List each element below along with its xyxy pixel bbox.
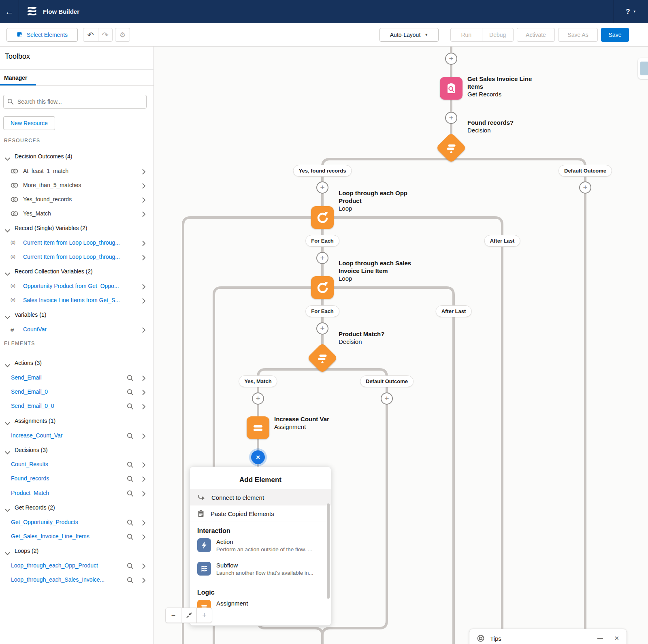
chevron-right-icon[interactable] bbox=[142, 255, 146, 262]
locate-icon[interactable] bbox=[127, 375, 134, 383]
chevron-right-icon[interactable] bbox=[142, 433, 146, 441]
chevron-right-icon[interactable] bbox=[142, 298, 146, 305]
locate-icon[interactable] bbox=[127, 563, 134, 571]
chevron-right-icon[interactable] bbox=[142, 183, 146, 190]
zoom-in-button[interactable]: + bbox=[196, 608, 212, 623]
back-button[interactable]: ← bbox=[0, 0, 19, 23]
chevron-right-icon[interactable] bbox=[142, 563, 146, 571]
undo-button[interactable]: ↶ bbox=[83, 28, 98, 41]
flow-canvas[interactable]: + + + + + + + + Get Sales Invoice Line I… bbox=[154, 47, 648, 644]
chevron-right-icon[interactable] bbox=[142, 284, 146, 291]
chevron-right-icon[interactable] bbox=[142, 404, 146, 411]
menu-item-action[interactable]: Action Perform an action outside of the … bbox=[190, 537, 331, 560]
chevron-right-icon[interactable] bbox=[142, 211, 146, 219]
list-item[interactable]: Loop_through_each_Opp_Product bbox=[0, 559, 154, 573]
chevron-right-icon[interactable] bbox=[142, 462, 146, 469]
locate-icon[interactable] bbox=[127, 533, 134, 542]
node-loop-through-each-opp-product[interactable] bbox=[311, 206, 334, 229]
close-add-menu-button[interactable]: ✕ bbox=[251, 450, 265, 464]
help-menu-button[interactable]: ? ▼ bbox=[614, 0, 648, 23]
locate-icon[interactable] bbox=[127, 389, 134, 397]
element-group-loops[interactable]: Loops (2) bbox=[0, 545, 154, 559]
menu-scrollbar[interactable] bbox=[327, 503, 330, 599]
list-item[interactable]: Get_Opportunity_Products bbox=[0, 516, 154, 530]
chevron-right-icon[interactable] bbox=[142, 169, 146, 176]
list-item[interactable]: (x) Sales Invoice Line Items from Get_S.… bbox=[0, 294, 154, 308]
list-item[interactable]: Send_Email_0 bbox=[0, 386, 154, 399]
list-item[interactable]: (x) Current Item from Loop Loop_throug..… bbox=[0, 251, 154, 264]
locate-icon[interactable] bbox=[127, 577, 134, 585]
chevron-right-icon[interactable] bbox=[142, 578, 146, 585]
locate-icon[interactable] bbox=[127, 433, 134, 441]
add-node-button[interactable]: + bbox=[316, 181, 328, 194]
save-button[interactable]: Save bbox=[601, 28, 629, 42]
element-group-actions[interactable]: Actions (3) bbox=[0, 357, 154, 371]
chevron-right-icon[interactable] bbox=[142, 491, 146, 498]
save-as-button[interactable]: Save As bbox=[558, 28, 598, 42]
resource-group-variables[interactable]: Variables (1) bbox=[0, 309, 154, 322]
minimize-button[interactable] bbox=[597, 638, 603, 639]
resource-group-decision-outcomes[interactable]: Decision Outcomes (4) bbox=[0, 150, 154, 164]
element-group-get-records[interactable]: Get Records (2) bbox=[0, 501, 154, 515]
resource-group-record-collection-variables[interactable]: Record Collection Variables (2) bbox=[0, 265, 154, 279]
locate-icon[interactable] bbox=[127, 403, 134, 412]
add-node-button[interactable]: + bbox=[316, 252, 328, 264]
list-item[interactable]: Count_Results bbox=[0, 458, 154, 472]
chevron-right-icon[interactable] bbox=[142, 390, 146, 397]
resource-group-record-single-variables[interactable]: Record (Single) Variables (2) bbox=[0, 222, 154, 236]
element-group-assignments[interactable]: Assignments (1) bbox=[0, 415, 154, 429]
list-item[interactable]: (x) Current Item from Loop Loop_throug..… bbox=[0, 237, 154, 250]
chevron-right-icon[interactable] bbox=[142, 197, 146, 205]
select-elements-button[interactable]: Select Elements bbox=[6, 28, 78, 42]
list-item[interactable]: Send_Email_0_0 bbox=[0, 400, 154, 414]
list-item[interactable]: (x) Opportunity Product from Get_Oppo... bbox=[0, 280, 154, 294]
search-input[interactable] bbox=[17, 95, 144, 108]
redo-button[interactable]: ↷ bbox=[98, 28, 113, 41]
add-node-button[interactable]: + bbox=[381, 392, 393, 405]
locate-icon[interactable] bbox=[127, 461, 134, 470]
run-button[interactable]: Run bbox=[451, 28, 482, 41]
list-item[interactable]: Loop_through_each_Sales_Invoice... bbox=[0, 574, 154, 587]
locate-icon[interactable] bbox=[127, 476, 134, 484]
chevron-right-icon[interactable] bbox=[142, 534, 146, 542]
node-get-sales-invoice-line-items[interactable] bbox=[440, 77, 463, 100]
zoom-out-button[interactable]: − bbox=[166, 608, 181, 623]
close-button[interactable]: ✕ bbox=[614, 635, 619, 642]
list-item[interactable]: Get_Sales_Invoice_Line_Items bbox=[0, 530, 154, 544]
chevron-right-icon[interactable] bbox=[142, 476, 146, 484]
node-increase-count-var[interactable] bbox=[247, 416, 269, 439]
list-item[interactable]: More_than_5_matches bbox=[0, 179, 154, 193]
menu-item-connect-to-element[interactable]: Connect to element bbox=[190, 489, 331, 505]
add-node-button[interactable]: + bbox=[445, 53, 457, 65]
list-item[interactable]: Increase_Count_Var bbox=[0, 429, 154, 443]
collapsed-panel-handle[interactable] bbox=[638, 58, 648, 79]
list-item[interactable]: Yes_Match bbox=[0, 207, 154, 221]
layout-select[interactable]: Auto-Layout ▼ bbox=[379, 28, 439, 42]
menu-item-paste-copied-elements[interactable]: Paste Copied Elements bbox=[190, 505, 331, 522]
activate-button[interactable]: Activate bbox=[517, 28, 555, 42]
node-loop-through-each-sales-invoice-line-item[interactable] bbox=[311, 276, 334, 299]
menu-item-subflow[interactable]: Subflow Launch another flow that's avail… bbox=[190, 560, 331, 584]
list-item[interactable]: # CountVar bbox=[0, 323, 154, 337]
list-item[interactable]: Found_records bbox=[0, 472, 154, 486]
list-item[interactable]: At_least_1_match bbox=[0, 165, 154, 179]
list-item[interactable]: Product_Match bbox=[0, 487, 154, 501]
add-node-button[interactable]: + bbox=[445, 112, 457, 124]
list-item[interactable]: Send_Email bbox=[0, 371, 154, 385]
element-group-decisions[interactable]: Decisions (3) bbox=[0, 444, 154, 458]
add-node-button[interactable]: + bbox=[316, 322, 328, 335]
tab-manager[interactable]: Manager bbox=[4, 75, 28, 81]
chevron-right-icon[interactable] bbox=[142, 375, 146, 383]
chevron-right-icon[interactable] bbox=[142, 327, 146, 335]
locate-icon[interactable] bbox=[127, 519, 134, 528]
fit-to-view-button[interactable] bbox=[181, 608, 196, 623]
add-node-button[interactable]: + bbox=[579, 181, 591, 194]
chevron-right-icon[interactable] bbox=[142, 241, 146, 248]
list-item[interactable]: Yes_found_records bbox=[0, 193, 154, 207]
add-node-button[interactable]: + bbox=[252, 392, 264, 405]
debug-button[interactable]: Debug bbox=[482, 28, 514, 41]
chevron-right-icon[interactable] bbox=[142, 520, 146, 527]
settings-button[interactable]: ⚙ bbox=[115, 28, 130, 42]
locate-icon[interactable] bbox=[127, 490, 134, 499]
new-resource-button[interactable]: New Resource bbox=[3, 116, 55, 130]
